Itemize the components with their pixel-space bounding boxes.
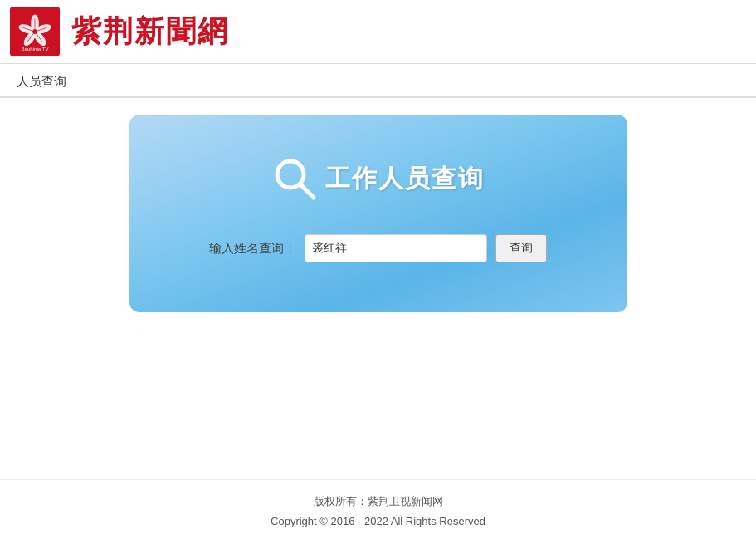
logo: Bauhinia TV <box>10 7 60 56</box>
search-panel-header: 工作人员查询 <box>272 156 485 201</box>
search-row: 输入姓名查询： 查询 <box>209 234 547 262</box>
search-panel: 工作人员查询 输入姓名查询： 查询 <box>129 115 627 312</box>
search-label: 输入姓名查询： <box>209 241 296 257</box>
footer-line2: Copyright © 2016 - 2022 All Rights Reser… <box>0 512 756 531</box>
section-bar-title: 人员查询 <box>17 74 66 88</box>
header: Bauhinia TV 紫荆新聞網 <box>0 0 756 64</box>
footer: 版权所有：紫荆卫视新闻网 Copyright © 2016 - 2022 All… <box>0 479 756 544</box>
search-panel-title: 工作人员查询 <box>325 162 485 196</box>
svg-line-14 <box>300 184 314 198</box>
search-button[interactable]: 查询 <box>495 234 547 262</box>
search-input[interactable] <box>305 234 487 262</box>
site-title: 紫荆新聞網 <box>71 12 229 52</box>
svg-text:Bauhinia TV: Bauhinia TV <box>22 47 49 51</box>
section-bar: 人员查询 <box>0 67 756 98</box>
main-content: 工作人员查询 输入姓名查询： 查询 <box>0 98 756 479</box>
bauhinia-icon: Bauhinia TV <box>13 10 56 53</box>
footer-line1: 版权所有：紫荆卫视新闻网 <box>0 492 756 511</box>
search-icon <box>272 156 317 201</box>
